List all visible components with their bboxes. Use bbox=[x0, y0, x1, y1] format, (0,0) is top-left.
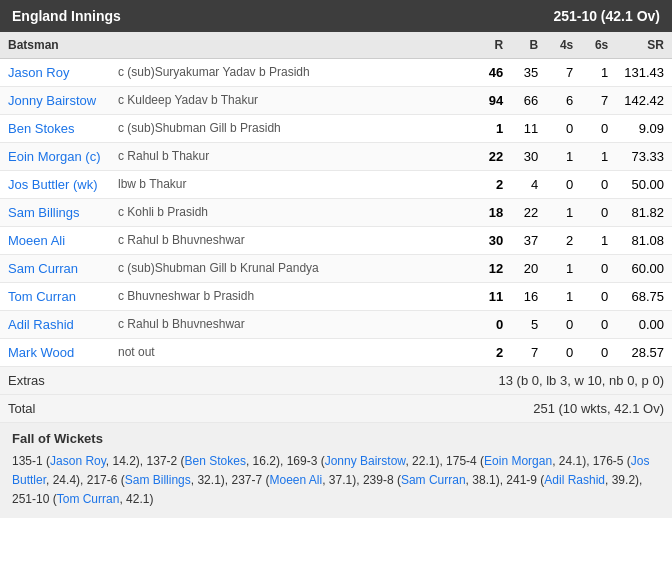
scorecard-table: Batsman R B 4s 6s SR Jason Roy c (sub)Su… bbox=[0, 32, 672, 423]
table-row: Adil Rashid c Rahul b Bhuvneshwar 0 5 0 … bbox=[0, 311, 672, 339]
runs: 2 bbox=[471, 171, 511, 199]
batsman-name[interactable]: Sam Curran bbox=[8, 261, 78, 276]
sixes: 1 bbox=[581, 59, 616, 87]
batsman-name[interactable]: Ben Stokes bbox=[8, 121, 75, 136]
sixes: 1 bbox=[581, 143, 616, 171]
fow-player-link[interactable]: Sam Curran bbox=[401, 473, 466, 487]
dismissal-text: c (sub)Shubman Gill b Prasidh bbox=[110, 115, 471, 143]
balls: 66 bbox=[511, 87, 546, 115]
fow-player-link[interactable]: Jason Roy bbox=[50, 454, 106, 468]
fow-player-link[interactable]: Adil Rashid bbox=[544, 473, 605, 487]
table-row: Mark Wood not out 2 7 0 0 28.57 bbox=[0, 339, 672, 367]
balls: 20 bbox=[511, 255, 546, 283]
strike-rate: 50.00 bbox=[616, 171, 672, 199]
innings-title: England Innings bbox=[12, 8, 121, 24]
sixes: 0 bbox=[581, 339, 616, 367]
col-header-sr: SR bbox=[616, 32, 672, 59]
fow-player-link[interactable]: Tom Curran bbox=[57, 492, 120, 506]
table-row: Jason Roy c (sub)Suryakumar Yadav b Pras… bbox=[0, 59, 672, 87]
fow-player-link[interactable]: Moeen Ali bbox=[270, 473, 323, 487]
strike-rate: 81.82 bbox=[616, 199, 672, 227]
fall-of-wickets-section: Fall of Wickets 135-1 (Jason Roy, 14.2),… bbox=[0, 423, 672, 518]
fours: 6 bbox=[546, 87, 581, 115]
balls: 16 bbox=[511, 283, 546, 311]
batsman-name[interactable]: Tom Curran bbox=[8, 289, 76, 304]
table-row: Moeen Ali c Rahul b Bhuvneshwar 30 37 2 … bbox=[0, 227, 672, 255]
fours: 1 bbox=[546, 143, 581, 171]
sixes: 0 bbox=[581, 199, 616, 227]
batsman-name[interactable]: Jason Roy bbox=[8, 65, 69, 80]
runs: 46 bbox=[471, 59, 511, 87]
sixes: 0 bbox=[581, 115, 616, 143]
batsman-name[interactable]: Jos Buttler (wk) bbox=[8, 177, 98, 192]
fow-content: 135-1 (Jason Roy, 14.2), 137-2 (Ben Stok… bbox=[12, 452, 660, 510]
fow-title: Fall of Wickets bbox=[12, 431, 660, 446]
sixes: 0 bbox=[581, 283, 616, 311]
balls: 4 bbox=[511, 171, 546, 199]
fow-player-link[interactable]: Ben Stokes bbox=[185, 454, 246, 468]
fours: 0 bbox=[546, 339, 581, 367]
fours: 1 bbox=[546, 199, 581, 227]
fours: 2 bbox=[546, 227, 581, 255]
strike-rate: 28.57 bbox=[616, 339, 672, 367]
col-header-6s: 6s bbox=[581, 32, 616, 59]
batsman-name[interactable]: Eoin Morgan (c) bbox=[8, 149, 100, 164]
dismissal-text: c Bhuvneshwar b Prasidh bbox=[110, 283, 471, 311]
runs: 11 bbox=[471, 283, 511, 311]
strike-rate: 131.43 bbox=[616, 59, 672, 87]
fours: 0 bbox=[546, 311, 581, 339]
table-row: Jos Buttler (wk) lbw b Thakur 2 4 0 0 50… bbox=[0, 171, 672, 199]
extras-label: Extras bbox=[0, 367, 110, 395]
strike-rate: 0.00 bbox=[616, 311, 672, 339]
innings-header: England Innings 251-10 (42.1 Ov) bbox=[0, 0, 672, 32]
table-row: Jonny Bairstow c Kuldeep Yadav b Thakur … bbox=[0, 87, 672, 115]
dismissal-text: c Kuldeep Yadav b Thakur bbox=[110, 87, 471, 115]
dismissal-text: c (sub)Shubman Gill b Krunal Pandya bbox=[110, 255, 471, 283]
balls: 30 bbox=[511, 143, 546, 171]
dismissal-text: c Rahul b Thakur bbox=[110, 143, 471, 171]
batsman-name[interactable]: Mark Wood bbox=[8, 345, 74, 360]
strike-rate: 142.42 bbox=[616, 87, 672, 115]
balls: 7 bbox=[511, 339, 546, 367]
fow-player-link[interactable]: Sam Billings bbox=[125, 473, 191, 487]
strike-rate: 73.33 bbox=[616, 143, 672, 171]
batsman-name[interactable]: Sam Billings bbox=[8, 205, 80, 220]
batsman-name[interactable]: Moeen Ali bbox=[8, 233, 65, 248]
sixes: 1 bbox=[581, 227, 616, 255]
runs: 12 bbox=[471, 255, 511, 283]
batsman-name[interactable]: Adil Rashid bbox=[8, 317, 74, 332]
balls: 37 bbox=[511, 227, 546, 255]
total-label: Total bbox=[0, 395, 110, 423]
fow-player-link[interactable]: Eoin Morgan bbox=[484, 454, 552, 468]
col-header-4s: 4s bbox=[546, 32, 581, 59]
col-header-r: R bbox=[471, 32, 511, 59]
runs: 1 bbox=[471, 115, 511, 143]
runs: 18 bbox=[471, 199, 511, 227]
table-row: Ben Stokes c (sub)Shubman Gill b Prasidh… bbox=[0, 115, 672, 143]
fours: 0 bbox=[546, 115, 581, 143]
runs: 30 bbox=[471, 227, 511, 255]
sixes: 0 bbox=[581, 255, 616, 283]
fours: 1 bbox=[546, 255, 581, 283]
table-header-row: Batsman R B 4s 6s SR bbox=[0, 32, 672, 59]
fow-player-link[interactable]: Jonny Bairstow bbox=[325, 454, 406, 468]
dismissal-text: c (sub)Suryakumar Yadav b Prasidh bbox=[110, 59, 471, 87]
strike-rate: 68.75 bbox=[616, 283, 672, 311]
sixes: 0 bbox=[581, 171, 616, 199]
col-header-b: B bbox=[511, 32, 546, 59]
strike-rate: 9.09 bbox=[616, 115, 672, 143]
dismissal-text: c Rahul b Bhuvneshwar bbox=[110, 311, 471, 339]
strike-rate: 81.08 bbox=[616, 227, 672, 255]
innings-score: 251-10 (42.1 Ov) bbox=[553, 8, 660, 24]
strike-rate: 60.00 bbox=[616, 255, 672, 283]
extras-value: 13 (b 0, lb 3, w 10, nb 0, p 0) bbox=[110, 367, 672, 395]
balls: 22 bbox=[511, 199, 546, 227]
balls: 5 bbox=[511, 311, 546, 339]
extras-row: Extras 13 (b 0, lb 3, w 10, nb 0, p 0) bbox=[0, 367, 672, 395]
batsman-name[interactable]: Jonny Bairstow bbox=[8, 93, 96, 108]
table-row: Eoin Morgan (c) c Rahul b Thakur 22 30 1… bbox=[0, 143, 672, 171]
dismissal-text: not out bbox=[110, 339, 471, 367]
dismissal-text: c Kohli b Prasidh bbox=[110, 199, 471, 227]
sixes: 7 bbox=[581, 87, 616, 115]
total-value: 251 (10 wkts, 42.1 Ov) bbox=[110, 395, 672, 423]
